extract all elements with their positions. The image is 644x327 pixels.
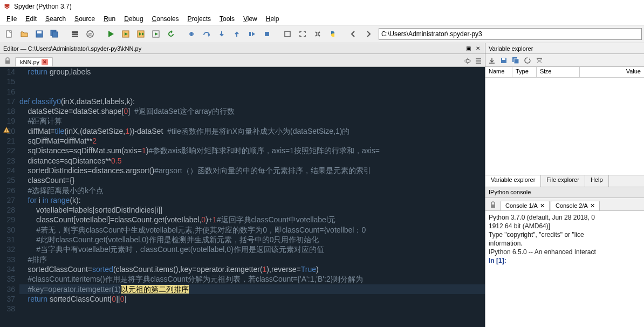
browse-button[interactable] xyxy=(68,27,82,41)
ipython-pane: IPython console Console 1/A ✕ Console 2/… xyxy=(485,187,644,327)
save-data-as-icon[interactable] xyxy=(511,56,520,65)
variable-explorer-header: Variable explorer xyxy=(485,43,644,54)
close-pane-icon[interactable]: ✕ xyxy=(474,45,482,52)
console-tab-1[interactable]: Console 1/A ✕ xyxy=(501,201,550,210)
col-name[interactable]: Name xyxy=(485,67,512,77)
svg-rect-22 xyxy=(502,58,505,60)
variable-table: Name Type Size Value xyxy=(485,67,644,175)
cwd-back-button[interactable] xyxy=(346,27,360,41)
run-selection-button[interactable] xyxy=(149,27,163,41)
svg-rect-25 xyxy=(491,205,495,208)
col-value[interactable]: Value xyxy=(580,67,644,77)
editor-tabbar: kNN.py ✕ xyxy=(0,54,485,67)
main-area: Editor — C:\Users\Administrator\.spyder-… xyxy=(0,43,644,327)
ipython-header: IPython console xyxy=(485,187,644,198)
undock-icon[interactable]: ▣ xyxy=(464,45,472,52)
main-toolbar: @ xyxy=(0,25,644,43)
editor-tab-knn[interactable]: kNN.py ✕ xyxy=(15,57,53,66)
menu-run[interactable]: Run xyxy=(99,14,120,24)
save-button[interactable] xyxy=(32,27,46,41)
refresh-icon[interactable] xyxy=(523,56,532,65)
window-title: Spyder (Python 3.7) xyxy=(14,3,72,10)
menu-file[interactable]: File xyxy=(2,14,21,24)
editor-pane: Editor — C:\Users\Administrator\.spyder-… xyxy=(0,43,485,327)
maximize-pane-button[interactable] xyxy=(280,27,294,41)
menu-search[interactable]: Search xyxy=(41,14,70,24)
run-button[interactable] xyxy=(104,27,118,41)
cwd-forward-button[interactable] xyxy=(361,27,375,41)
svg-text:!: ! xyxy=(6,128,7,133)
svg-rect-18 xyxy=(5,60,10,64)
gear-icon[interactable] xyxy=(463,57,472,65)
tab-label: Console 1/A xyxy=(505,202,538,209)
variable-explorer-toolbar xyxy=(485,54,644,67)
svg-rect-5 xyxy=(72,31,78,33)
console-tab-2[interactable]: Console 2/A ✕ xyxy=(551,201,600,210)
lock-icon[interactable] xyxy=(489,201,497,209)
svg-rect-7 xyxy=(72,36,78,37)
menu-debug[interactable]: Debug xyxy=(120,14,147,24)
tab-help[interactable]: Help xyxy=(585,175,609,187)
tab-file-explorer[interactable]: File explorer xyxy=(541,175,585,187)
editor-header: Editor — C:\Users\Administrator\.spyder-… xyxy=(0,43,485,54)
code-editor[interactable]: 141516171819!202122232425262728293031323… xyxy=(0,67,485,327)
svg-rect-6 xyxy=(72,33,78,35)
cwd-input[interactable] xyxy=(379,28,642,40)
tab-variable-explorer[interactable]: Variable explorer xyxy=(485,175,541,187)
python-path-button[interactable] xyxy=(326,27,340,41)
close-tab-icon[interactable]: ✕ xyxy=(42,59,48,65)
save-all-button[interactable] xyxy=(47,27,61,41)
debug-continue-button[interactable] xyxy=(245,27,259,41)
menu-source[interactable]: Source xyxy=(70,14,99,24)
new-file-button[interactable] xyxy=(2,27,16,41)
fullscreen-button[interactable] xyxy=(296,27,310,41)
close-tab-icon[interactable]: ✕ xyxy=(590,202,595,209)
ipython-output[interactable]: Python 3.7.0 (default, Jun 28 2018, 0191… xyxy=(485,211,644,327)
lock-icon[interactable] xyxy=(3,57,12,65)
menu-projects[interactable]: Projects xyxy=(183,14,215,24)
clear-icon[interactable] xyxy=(535,56,544,65)
svg-point-17 xyxy=(317,33,319,35)
menubar: FileEditSearchSourceRunDebugConsolesProj… xyxy=(0,13,644,25)
run-cell-advance-button[interactable] xyxy=(134,27,148,41)
save-data-icon[interactable] xyxy=(499,56,508,65)
debug-button[interactable] xyxy=(184,27,198,41)
svg-rect-0 xyxy=(6,31,11,37)
menu-help[interactable]: Help xyxy=(262,14,284,24)
svg-point-19 xyxy=(466,59,469,63)
debug-stop-button[interactable] xyxy=(260,27,274,41)
svg-rect-15 xyxy=(265,32,269,36)
tab-label: Console 2/A xyxy=(556,202,588,209)
kernel-button[interactable]: @ xyxy=(83,27,97,41)
svg-rect-2 xyxy=(37,31,42,33)
run-cell-button[interactable] xyxy=(119,27,133,41)
import-data-icon[interactable] xyxy=(488,56,496,65)
editor-title: Editor — C:\Users\Administrator\.spyder-… xyxy=(3,45,141,52)
debug-step-in-button[interactable] xyxy=(215,27,229,41)
col-size[interactable]: Size xyxy=(537,67,580,77)
close-tab-icon[interactable]: ✕ xyxy=(540,202,545,209)
svg-text:@: @ xyxy=(88,32,92,37)
menu-consoles[interactable]: Consoles xyxy=(148,14,183,24)
menu-view[interactable]: View xyxy=(239,14,262,24)
col-type[interactable]: Type xyxy=(512,67,537,77)
right-bottom-tabs: Variable explorer File explorer Help xyxy=(485,175,644,187)
preferences-button[interactable] xyxy=(311,27,325,41)
open-file-button[interactable] xyxy=(17,27,31,41)
titlebar: Spyder (Python 3.7) xyxy=(0,0,644,13)
ipython-tabs: Console 1/A ✕ Console 2/A ✕ xyxy=(485,198,644,211)
menu-tools[interactable]: Tools xyxy=(215,14,239,24)
menu-edit[interactable]: Edit xyxy=(21,14,41,24)
svg-rect-14 xyxy=(249,32,251,36)
svg-rect-16 xyxy=(285,31,290,37)
svg-rect-4 xyxy=(52,32,58,37)
rerun-button[interactable] xyxy=(164,27,178,41)
svg-rect-13 xyxy=(190,32,193,36)
debug-step-out-button[interactable] xyxy=(230,27,244,41)
spyder-icon xyxy=(3,3,11,10)
svg-rect-24 xyxy=(514,59,519,64)
right-pane: Variable explorer Name Type Size Value V… xyxy=(485,43,644,327)
tab-label: kNN.py xyxy=(20,59,39,65)
debug-step-over-button[interactable] xyxy=(200,27,214,41)
list-icon[interactable] xyxy=(474,57,483,65)
